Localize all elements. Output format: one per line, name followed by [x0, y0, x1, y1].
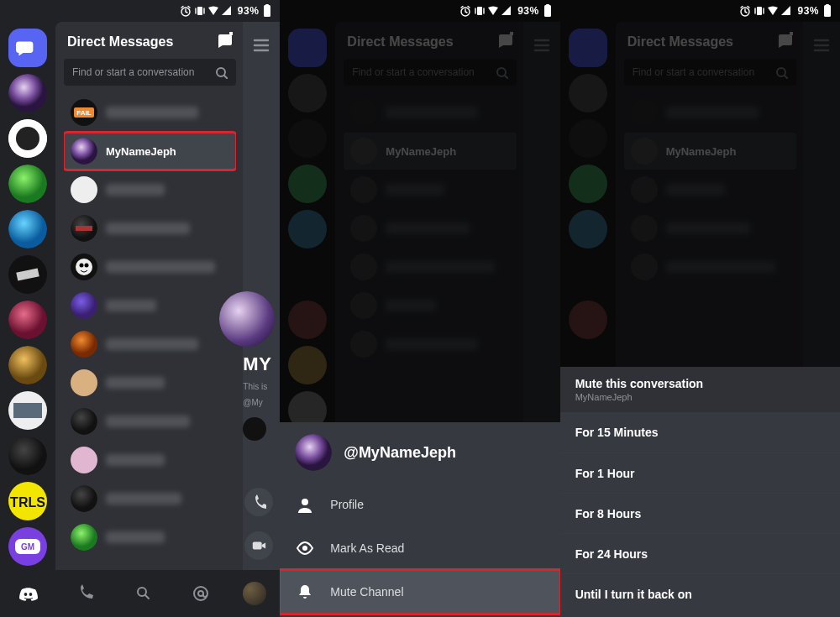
- search-icon: [214, 65, 228, 79]
- svg-point-14: [8, 210, 47, 248]
- svg-point-16: [8, 301, 47, 339]
- panel-dm-list: 93% TRLS GM Direct Messages: [0, 0, 280, 617]
- dm-item[interactable]: [64, 442, 236, 478]
- avatar: [71, 447, 97, 473]
- dm-item[interactable]: [64, 364, 236, 401]
- new-dm-button[interactable]: [216, 32, 233, 52]
- dm-item[interactable]: [64, 480, 236, 517]
- server-item[interactable]: [8, 74, 47, 112]
- svg-rect-27: [76, 226, 92, 231]
- panel-mute-options: 93% Direct Messages Find or start a conv…: [560, 0, 840, 617]
- mute-title: Mute this conversation: [575, 377, 825, 390]
- mute-option-label: For 24 Hours: [575, 547, 648, 561]
- dm-item[interactable]: [64, 210, 236, 247]
- search-placeholder: Find or start a conversation: [72, 66, 194, 78]
- redacted-name: [106, 107, 198, 118]
- mute-option-label: For 1 Hour: [575, 467, 635, 480]
- redacted-name: [106, 377, 165, 389]
- avatar: [71, 176, 97, 203]
- server-rail[interactable]: TRLS GM: [0, 22, 55, 570]
- dm-item[interactable]: [64, 248, 236, 285]
- svg-point-25: [71, 138, 97, 165]
- nav-search[interactable]: [129, 578, 159, 609]
- avatar: [71, 215, 97, 242]
- redacted-name: [106, 300, 156, 311]
- dm-search-field[interactable]: Find or start a conversation: [64, 59, 236, 86]
- mute-24-hours[interactable]: For 24 Hours: [560, 533, 840, 573]
- nav-profile[interactable]: [243, 582, 266, 605]
- svg-rect-15: [16, 268, 39, 280]
- nav-friends[interactable]: [71, 578, 101, 609]
- sheet-username: @MyNameJeph: [344, 444, 456, 462]
- battery-percent: 93%: [238, 5, 260, 17]
- profile-peek: MY This is @My: [248, 291, 275, 560]
- dm-item[interactable]: [64, 403, 236, 440]
- peek-badge: [243, 417, 266, 441]
- call-button[interactable]: [244, 488, 273, 516]
- server-item[interactable]: [8, 255, 47, 294]
- avatar: [71, 485, 97, 512]
- chat-peek-sliver[interactable]: MY This is @My: [243, 22, 280, 570]
- panel-context-menu: 93% Direct Messages Find or start a conv…: [280, 0, 559, 617]
- dm-item[interactable]: [64, 519, 236, 556]
- redacted-name: [106, 531, 165, 543]
- svg-point-29: [80, 264, 84, 268]
- server-item[interactable]: [8, 346, 47, 384]
- server-item[interactable]: [8, 165, 47, 203]
- avatar: [71, 524, 97, 551]
- mute-sheet-header: Mute this conversation MyNameJeph: [560, 367, 840, 412]
- sheet-row-label: Mute Channel: [330, 585, 403, 599]
- user-context-sheet: @MyNameJeph Profile Mark As Read Mute Ch…: [280, 422, 559, 617]
- dm-item[interactable]: [64, 171, 236, 208]
- dm-home-button[interactable]: [8, 29, 47, 67]
- mute-8-hours[interactable]: For 8 Hours: [560, 493, 840, 533]
- sheet-row-label: Mark As Read: [330, 541, 404, 555]
- dm-item-name: MyNameJeph: [106, 145, 176, 158]
- redacted-name: [106, 338, 198, 350]
- new-message-icon: [216, 32, 233, 49]
- hamburger-button[interactable]: [253, 37, 270, 56]
- svg-point-34: [71, 485, 97, 512]
- mute-subtitle: MyNameJeph: [575, 392, 825, 402]
- mute-15-min[interactable]: For 15 Minutes: [560, 412, 840, 452]
- svg-point-33: [71, 408, 97, 435]
- video-button[interactable]: [244, 531, 273, 560]
- sheet-mute-channel[interactable]: Mute Channel: [280, 570, 559, 614]
- avatar: [71, 138, 97, 165]
- phone-icon: [76, 584, 95, 603]
- sheet-mark-read[interactable]: Mark As Read: [280, 526, 559, 570]
- server-item[interactable]: [8, 301, 47, 339]
- redacted-name: [106, 493, 181, 505]
- redacted-name: [106, 184, 165, 196]
- sheet-profile[interactable]: Profile: [280, 483, 559, 526]
- dm-item[interactable]: [64, 326, 236, 363]
- svg-point-32: [71, 331, 97, 358]
- svg-text:FAIL: FAIL: [76, 109, 91, 117]
- battery-icon: [263, 4, 271, 18]
- dm-list[interactable]: FAIL MyNameJeph: [64, 94, 236, 563]
- server-item[interactable]: [8, 437, 47, 475]
- dm-item[interactable]: FAIL: [64, 94, 236, 131]
- battery-percent: 93%: [797, 5, 819, 17]
- svg-point-36: [295, 434, 332, 471]
- server-item[interactable]: [8, 391, 47, 430]
- person-icon: [295, 496, 315, 513]
- sheet-avatar: [295, 434, 332, 471]
- phone-icon: [251, 494, 266, 510]
- nav-mentions[interactable]: [186, 578, 216, 609]
- status-indicators: [739, 5, 793, 17]
- server-item[interactable]: [8, 210, 47, 248]
- svg-rect-18: [13, 403, 42, 418]
- server-item[interactable]: TRLS: [8, 482, 47, 520]
- nav-discord[interactable]: [13, 578, 44, 609]
- dm-item[interactable]: [64, 287, 236, 324]
- avatar: [71, 292, 97, 319]
- mute-indefinite[interactable]: Until I turn it back on: [560, 573, 840, 614]
- mute-1-hour[interactable]: For 1 Hour: [560, 452, 840, 493]
- server-item[interactable]: GM: [8, 527, 47, 566]
- dm-header: Direct Messages: [64, 32, 236, 59]
- server-item[interactable]: [8, 119, 47, 158]
- chat-bubble-icon: [16, 39, 39, 57]
- dm-item-selected[interactable]: MyNameJeph: [64, 133, 236, 170]
- at-icon: [192, 585, 209, 602]
